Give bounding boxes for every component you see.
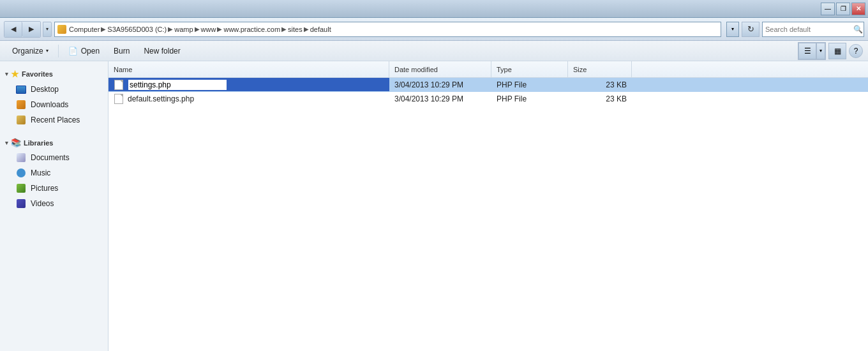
path-segment-sites[interactable]: sites <box>288 26 303 33</box>
favorites-star-icon: ★ <box>11 69 19 79</box>
desktop-label: Desktop <box>31 85 59 94</box>
close-button[interactable]: ✕ <box>851 3 865 15</box>
burn-button[interactable]: Burn <box>107 43 137 59</box>
view-details-button[interactable]: ☰ <box>798 43 816 59</box>
pictures-label: Pictures <box>31 184 58 193</box>
music-icon <box>15 167 27 179</box>
libraries-section[interactable]: ▾ 📚 Libraries <box>0 135 108 150</box>
path-segment-computer[interactable]: Computer <box>69 26 100 33</box>
col-header-date[interactable]: Date modified <box>389 61 491 77</box>
file-name-cell-1 <box>108 78 389 91</box>
address-bar: ◀ ▶ ▾ Computer ▶ S3A9565D003 (C:) ▶ wamp… <box>0 18 868 41</box>
path-folder-icon <box>57 25 66 34</box>
file-size-cell-2: 23 KB <box>568 92 632 105</box>
file-icon-1 <box>114 80 124 90</box>
recent-places-label: Recent Places <box>31 116 80 124</box>
sidebar-item-videos[interactable]: Videos <box>0 196 108 211</box>
sidebar-spacer <box>0 128 108 135</box>
refresh-button[interactable]: ↻ <box>742 22 760 37</box>
preview-pane-button[interactable]: ▦ <box>828 43 846 59</box>
view-switcher: ☰ ▾ <box>798 42 826 60</box>
documents-label: Documents <box>31 153 70 162</box>
title-bar: — ❐ ✕ <box>0 0 868 18</box>
sidebar-item-pictures[interactable]: Pictures <box>0 181 108 196</box>
file-area: Name Date modified Type Size 3/04/2013 1… <box>108 61 868 351</box>
col-header-name[interactable]: Name <box>108 61 389 77</box>
file-size-cell-1: 23 KB <box>568 78 632 91</box>
sidebar: ▾ ★ Favorites Desktop Downloads Recent P… <box>0 61 108 351</box>
open-label: Open <box>81 47 100 56</box>
sidebar-item-recent-places[interactable]: Recent Places <box>0 112 108 128</box>
music-label: Music <box>31 168 50 177</box>
table-row[interactable]: default.settings.php 3/04/2013 10:29 PM … <box>108 92 868 106</box>
toolbar-separator-1 <box>58 45 59 57</box>
forward-button[interactable]: ▶ <box>22 22 40 37</box>
search-icon[interactable]: 🔍 <box>853 25 863 34</box>
favorites-label: Favorites <box>22 70 53 78</box>
downloads-label: Downloads <box>31 100 68 109</box>
address-dropdown-button[interactable]: ▾ <box>726 22 739 37</box>
file-type-cell-1: PHP File <box>491 78 568 91</box>
window-controls: — ❐ ✕ <box>821 3 865 15</box>
open-icon: 📄 <box>68 46 79 56</box>
downloads-icon <box>15 99 27 110</box>
videos-label: Videos <box>31 199 54 208</box>
path-segment-site[interactable]: www.practice.com <box>223 26 280 33</box>
recent-places-icon <box>15 114 27 126</box>
nav-history-dropdown[interactable]: ▾ <box>43 22 52 37</box>
toolbar: Organize ▾ 📄 Open Burn New folder ☰ ▾ ▦ … <box>0 41 868 61</box>
new-folder-button[interactable]: New folder <box>137 43 187 59</box>
file-name-cell-2: default.settings.php <box>108 92 389 105</box>
help-button[interactable]: ? <box>849 44 863 58</box>
search-input[interactable] <box>765 26 853 33</box>
burn-label: Burn <box>114 47 130 56</box>
column-headers: Name Date modified Type Size <box>108 61 868 78</box>
file-date-cell-1: 3/04/2013 10:29 PM <box>389 78 491 91</box>
path-segment-wamp[interactable]: wamp <box>174 26 193 33</box>
sidebar-item-documents[interactable]: Documents <box>0 150 108 165</box>
php-file-icon-1 <box>114 80 123 90</box>
table-row[interactable]: 3/04/2013 10:29 PM PHP File 23 KB <box>108 78 868 92</box>
nav-buttons: ◀ ▶ <box>4 21 41 38</box>
col-header-size[interactable]: Size <box>568 61 632 77</box>
view-dropdown-button[interactable]: ▾ <box>816 43 825 59</box>
favorites-section[interactable]: ▾ ★ Favorites <box>0 66 108 82</box>
organize-dropdown-arrow: ▾ <box>46 48 49 54</box>
pictures-icon <box>15 183 27 194</box>
sidebar-item-desktop[interactable]: Desktop <box>0 82 108 97</box>
open-button[interactable]: 📄 Open <box>61 43 107 59</box>
col-header-type[interactable]: Type <box>491 61 568 77</box>
restore-button[interactable]: ❐ <box>836 3 850 15</box>
organize-label: Organize <box>12 47 43 56</box>
search-box[interactable]: 🔍 <box>762 22 864 37</box>
file-date-cell-2: 3/04/2013 10:29 PM <box>389 92 491 105</box>
libraries-label: Libraries <box>24 139 53 147</box>
favorites-collapse-arrow: ▾ <box>5 71 8 77</box>
new-folder-label: New folder <box>144 47 180 56</box>
address-path[interactable]: Computer ▶ S3A9565D003 (C:) ▶ wamp ▶ www… <box>54 22 721 37</box>
minimize-button[interactable]: — <box>821 3 835 15</box>
breadcrumb: Computer ▶ S3A9565D003 (C:) ▶ wamp ▶ www… <box>69 26 331 33</box>
path-segment-drive[interactable]: S3A9565D003 (C:) <box>107 26 167 33</box>
sidebar-item-music[interactable]: Music <box>0 165 108 181</box>
videos-icon <box>15 198 27 209</box>
file-list: 3/04/2013 10:29 PM PHP File 23 KB defaul… <box>108 78 868 351</box>
file-type-cell-2: PHP File <box>491 92 568 105</box>
libraries-collapse-arrow: ▾ <box>5 140 8 146</box>
organize-button[interactable]: Organize ▾ <box>5 43 56 59</box>
file-name-2: default.settings.php <box>128 94 194 103</box>
documents-icon <box>15 152 27 163</box>
main-area: ▾ ★ Favorites Desktop Downloads Recent P… <box>0 61 868 351</box>
file-icon-2 <box>114 94 124 104</box>
rename-input-1[interactable] <box>128 79 227 91</box>
php-file-icon-2 <box>114 94 123 104</box>
sidebar-item-downloads[interactable]: Downloads <box>0 97 108 112</box>
path-segment-default[interactable]: default <box>310 26 331 33</box>
path-segment-www[interactable]: www <box>201 26 216 33</box>
libraries-icon: 📚 <box>11 138 21 147</box>
toolbar-right: ☰ ▾ ▦ ? <box>798 42 863 60</box>
back-button[interactable]: ◀ <box>4 22 22 37</box>
desktop-icon <box>15 84 27 95</box>
